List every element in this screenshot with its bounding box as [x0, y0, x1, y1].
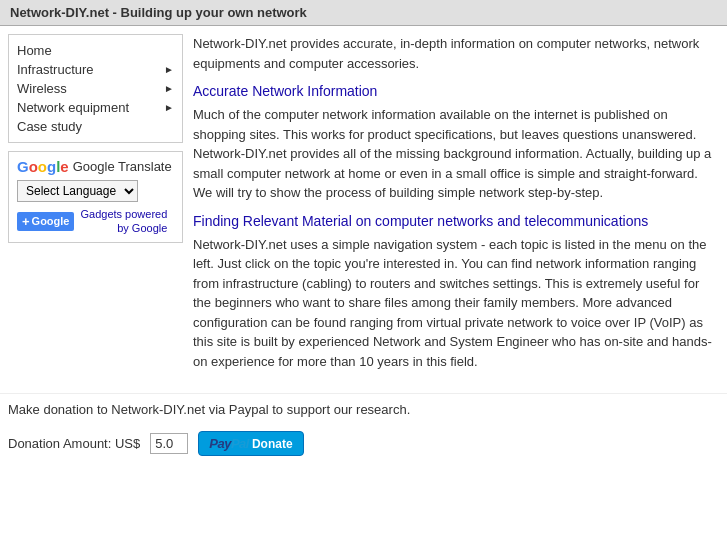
gadgets-link[interactable]: Gadgets poweredby Google	[80, 207, 167, 236]
translate-box: Google Google Translate Select Language …	[8, 151, 183, 243]
donation-label: Donation Amount: US$	[8, 436, 140, 451]
nav-menu: Home Infrastructure ► Wireless ► Network…	[17, 41, 174, 136]
nav-item-wireless[interactable]: Wireless ►	[17, 79, 174, 98]
donation-section: Make donation to Network-DIY.net via Pay…	[0, 393, 727, 464]
main-layout: Home Infrastructure ► Wireless ► Network…	[0, 26, 727, 389]
nav-item-infrastructure[interactable]: Infrastructure ►	[17, 60, 174, 79]
translate-label: Google Translate	[73, 159, 172, 174]
section1-text: Much of the computer network information…	[193, 105, 719, 203]
donate-label: Donate	[252, 437, 293, 451]
arrow-icon: ►	[164, 64, 174, 75]
section2-heading: Finding Relevant Material on computer ne…	[193, 213, 719, 229]
donation-amount-row: Donation Amount: US$ PayPal Donate	[8, 431, 719, 456]
nav-item-network-equipment[interactable]: Network equipment►	[17, 98, 174, 117]
page-title: Network-DIY.net - Building up your own n…	[10, 5, 307, 20]
google-g-icon: Google	[17, 158, 69, 175]
nav-item-home[interactable]: Home	[17, 41, 174, 60]
title-bar: Network-DIY.net - Building up your own n…	[0, 0, 727, 26]
select-language-row: Select Language	[17, 180, 174, 202]
plus-icon: +	[22, 214, 30, 229]
paypal-logo: PayPal	[209, 436, 249, 451]
section1-heading: Accurate Network Information	[193, 83, 719, 99]
arrow-icon: ►	[164, 102, 174, 113]
google-translate-logo: Google Google Translate	[17, 158, 174, 175]
nav-item-case-study[interactable]: Case study	[17, 117, 174, 136]
donation-amount-input[interactable]	[150, 433, 188, 454]
google-plus-button[interactable]: + Google	[17, 212, 74, 231]
google-plus-label: Google	[32, 215, 70, 227]
donation-text: Make donation to Network-DIY.net via Pay…	[8, 402, 719, 417]
nav-box: Home Infrastructure ► Wireless ► Network…	[8, 34, 183, 143]
right-panel: Network-DIY.net provides accurate, in-de…	[193, 34, 719, 381]
intro-text: Network-DIY.net provides accurate, in-de…	[193, 34, 719, 73]
language-select[interactable]: Select Language	[17, 180, 138, 202]
paypal-donate-button[interactable]: PayPal Donate	[198, 431, 303, 456]
arrow-icon: ►	[164, 83, 174, 94]
section2-text: Network-DIY.net uses a simple navigation…	[193, 235, 719, 372]
left-panel: Home Infrastructure ► Wireless ► Network…	[8, 34, 183, 251]
translate-footer: + Google Gadgets poweredby Google	[17, 207, 174, 236]
